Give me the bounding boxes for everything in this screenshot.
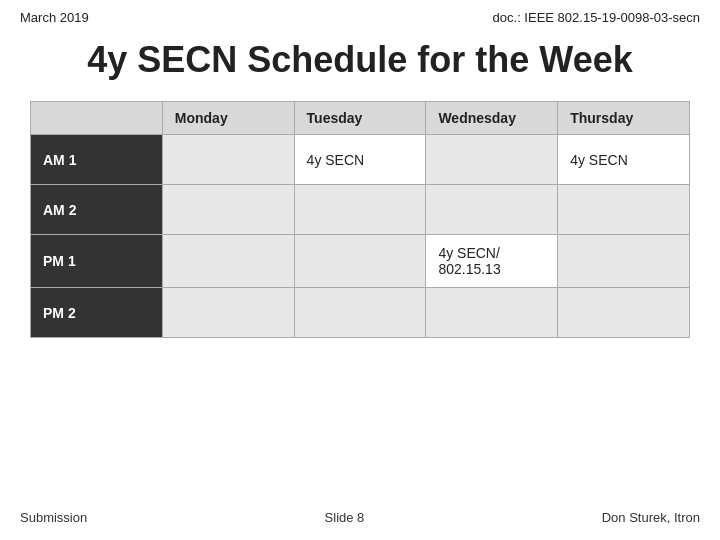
row-label-2: PM 1 xyxy=(31,235,163,288)
cell-tuesday-2 xyxy=(294,235,426,288)
cell-wednesday-2: 4y SECN/ 802.15.13 xyxy=(426,235,558,288)
col-header-tuesday: Tuesday xyxy=(294,102,426,135)
cell-thursday-1 xyxy=(558,185,690,235)
table-header-row: Monday Tuesday Wednesday Thursday xyxy=(31,102,690,135)
table-row: AM 2 xyxy=(31,185,690,235)
row-label-3: PM 2 xyxy=(31,288,163,338)
schedule-table-container: Monday Tuesday Wednesday Thursday AM 14y… xyxy=(0,101,720,338)
cell-tuesday-3 xyxy=(294,288,426,338)
page-footer: Submission Slide 8 Don Sturek, Itron xyxy=(0,510,720,525)
cell-thursday-2 xyxy=(558,235,690,288)
table-row: PM 2 xyxy=(31,288,690,338)
cell-tuesday-1 xyxy=(294,185,426,235)
page-title: 4y SECN Schedule for the Week xyxy=(20,39,700,81)
footer-right: Don Sturek, Itron xyxy=(602,510,700,525)
schedule-table: Monday Tuesday Wednesday Thursday AM 14y… xyxy=(30,101,690,338)
row-label-0: AM 1 xyxy=(31,135,163,185)
cell-monday-3 xyxy=(162,288,294,338)
row-label-1: AM 2 xyxy=(31,185,163,235)
doc-reference: doc.: IEEE 802.15-19-0098-03-secn xyxy=(493,10,700,25)
cell-monday-2 xyxy=(162,235,294,288)
page-header: March 2019 doc.: IEEE 802.15-19-0098-03-… xyxy=(0,0,720,29)
col-header-thursday: Thursday xyxy=(558,102,690,135)
date-label: March 2019 xyxy=(20,10,89,25)
col-header-label xyxy=(31,102,163,135)
cell-wednesday-1 xyxy=(426,185,558,235)
cell-tuesday-0: 4y SECN xyxy=(294,135,426,185)
title-section: 4y SECN Schedule for the Week xyxy=(0,29,720,101)
cell-wednesday-0 xyxy=(426,135,558,185)
table-row: PM 14y SECN/ 802.15.13 xyxy=(31,235,690,288)
table-row: AM 14y SECN4y SECN xyxy=(31,135,690,185)
col-header-monday: Monday xyxy=(162,102,294,135)
footer-center: Slide 8 xyxy=(325,510,365,525)
cell-monday-0 xyxy=(162,135,294,185)
col-header-wednesday: Wednesday xyxy=(426,102,558,135)
cell-wednesday-3 xyxy=(426,288,558,338)
cell-monday-1 xyxy=(162,185,294,235)
footer-left: Submission xyxy=(20,510,87,525)
cell-thursday-3 xyxy=(558,288,690,338)
cell-thursday-0: 4y SECN xyxy=(558,135,690,185)
